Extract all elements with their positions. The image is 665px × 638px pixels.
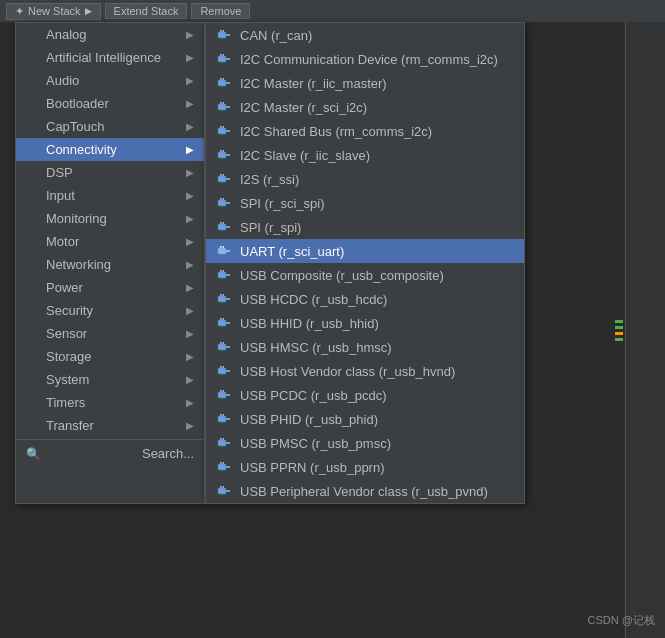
- svg-rect-3: [223, 30, 225, 32]
- plug-icon: [216, 267, 232, 283]
- svg-rect-79: [223, 486, 225, 488]
- new-stack-button[interactable]: ✦ New Stack ▶: [6, 3, 101, 20]
- svg-rect-31: [223, 198, 225, 200]
- submenu-item-usb-pcdc[interactable]: USB PCDC (r_usb_pcdc): [206, 383, 524, 407]
- submenu-item-usb-pmsc[interactable]: USB PMSC (r_usb_pmsc): [206, 431, 524, 455]
- submenu-item-usb-phid[interactable]: USB PHID (r_usb_phid): [206, 407, 524, 431]
- indicator-green2: [615, 326, 623, 329]
- svg-rect-41: [226, 274, 230, 276]
- menu-item-security[interactable]: Security ▶: [16, 299, 204, 322]
- search-icon: 🔍: [26, 447, 41, 461]
- menu-item-bootloader[interactable]: Bootloader ▶: [16, 92, 204, 115]
- svg-rect-57: [226, 370, 230, 372]
- chevron-right-icon: ▶: [186, 259, 194, 270]
- submenu-item-i2c-comm[interactable]: I2C Communication Device (rm_comms_i2c): [206, 47, 524, 71]
- svg-rect-18: [220, 126, 222, 128]
- plug-icon: [216, 147, 232, 163]
- svg-rect-37: [226, 250, 230, 252]
- submenu-item-i2c-slave[interactable]: I2C Slave (r_iic_slave): [206, 143, 524, 167]
- svg-rect-68: [218, 440, 226, 446]
- plug-icon: [216, 75, 232, 91]
- plug-icon: [216, 243, 232, 259]
- indicator-green: [615, 320, 623, 323]
- menu-item-storage[interactable]: Storage ▶: [16, 345, 204, 368]
- menu-item-audio[interactable]: Audio ▶: [16, 69, 204, 92]
- submenu-item-i2c-master2[interactable]: I2C Master (r_sci_i2c): [206, 95, 524, 119]
- svg-rect-51: [223, 318, 225, 320]
- chevron-right-icon: ▶: [186, 190, 194, 201]
- svg-rect-60: [218, 392, 226, 398]
- chevron-right-icon: ▶: [186, 328, 194, 339]
- svg-rect-28: [218, 200, 226, 206]
- menu-item-dsp[interactable]: DSP ▶: [16, 161, 204, 184]
- menu-divider: [16, 439, 204, 440]
- chevron-right-icon: ▶: [186, 236, 194, 247]
- svg-rect-67: [223, 414, 225, 416]
- menu-item-analog[interactable]: Analog ▶: [16, 23, 204, 46]
- svg-rect-62: [220, 390, 222, 392]
- menu-item-timers[interactable]: Timers ▶: [16, 391, 204, 414]
- plug-icon: [216, 195, 232, 211]
- menu-item-networking[interactable]: Networking ▶: [16, 253, 204, 276]
- submenu-item-usb-pprn[interactable]: USB PPRN (r_usb_pprn): [206, 455, 524, 479]
- plug-icon: [216, 123, 232, 139]
- svg-rect-20: [218, 152, 226, 158]
- svg-rect-22: [220, 150, 222, 152]
- indicator-orange: [615, 332, 623, 335]
- svg-rect-48: [218, 320, 226, 326]
- svg-rect-63: [223, 390, 225, 392]
- svg-rect-36: [218, 248, 226, 254]
- submenu-item-i2c-shared[interactable]: I2C Shared Bus (rm_comms_i2c): [206, 119, 524, 143]
- submenu-item-usb-hcdc[interactable]: USB HCDC (r_usb_hcdc): [206, 287, 524, 311]
- submenu-item-can[interactable]: CAN (r_can): [206, 23, 524, 47]
- menu-item-input[interactable]: Input ▶: [16, 184, 204, 207]
- submenu-item-usb-peripheral-vendor[interactable]: USB Peripheral Vendor class (r_usb_pvnd): [206, 479, 524, 503]
- svg-rect-30: [220, 198, 222, 200]
- svg-rect-71: [223, 438, 225, 440]
- menu-item-connectivity[interactable]: Connectivity ▶: [16, 138, 204, 161]
- menu-item-power[interactable]: Power ▶: [16, 276, 204, 299]
- menu-item-captouch[interactable]: CapTouch ▶: [16, 115, 204, 138]
- plug-icon: [216, 435, 232, 451]
- plug-icon: [216, 483, 232, 499]
- menu-item-monitoring[interactable]: Monitoring ▶: [16, 207, 204, 230]
- submenu-item-i2s[interactable]: I2S (r_ssi): [206, 167, 524, 191]
- svg-rect-69: [226, 442, 230, 444]
- menu-item-motor[interactable]: Motor ▶: [16, 230, 204, 253]
- svg-rect-6: [220, 54, 222, 56]
- submenu-item-usb-composite[interactable]: USB Composite (r_usb_composite): [206, 263, 524, 287]
- plug-icon: [216, 51, 232, 67]
- svg-rect-78: [220, 486, 222, 488]
- menu-item-system[interactable]: System ▶: [16, 368, 204, 391]
- chevron-right-icon: ▶: [186, 374, 194, 385]
- plug-icon: [216, 411, 232, 427]
- watermark: CSDN @记栈: [588, 613, 655, 628]
- svg-rect-38: [220, 246, 222, 248]
- menu-item-transfer[interactable]: Transfer ▶: [16, 414, 204, 437]
- svg-rect-32: [218, 224, 226, 230]
- chevron-right-icon: ▶: [186, 144, 194, 155]
- svg-rect-1: [226, 34, 230, 36]
- svg-rect-56: [218, 368, 226, 374]
- submenu-item-spi[interactable]: SPI (r_spi): [206, 215, 524, 239]
- svg-rect-10: [220, 78, 222, 80]
- svg-rect-21: [226, 154, 230, 156]
- menu-item-ai[interactable]: Artificial Intelligence ▶: [16, 46, 204, 69]
- submenu-item-usb-hhid[interactable]: USB HHID (r_usb_hhid): [206, 311, 524, 335]
- svg-rect-34: [220, 222, 222, 224]
- submenu-item-spi-sci[interactable]: SPI (r_sci_spi): [206, 191, 524, 215]
- submenu-item-usb-hmsc[interactable]: USB HMSC (r_usb_hmsc): [206, 335, 524, 359]
- svg-rect-45: [226, 298, 230, 300]
- remove-button[interactable]: Remove: [191, 3, 250, 19]
- submenu-item-uart[interactable]: UART (r_sci_uart): [206, 239, 524, 263]
- svg-rect-64: [218, 416, 226, 422]
- right-panel: [625, 22, 665, 638]
- svg-rect-46: [220, 294, 222, 296]
- menu-item-sensor[interactable]: Sensor ▶: [16, 322, 204, 345]
- plug-icon: [216, 27, 232, 43]
- submenu-item-i2c-master1[interactable]: I2C Master (r_iic_master): [206, 71, 524, 95]
- submenu-item-usb-host-vendor[interactable]: USB Host Vendor class (r_usb_hvnd): [206, 359, 524, 383]
- menu-item-search[interactable]: 🔍 Search...: [16, 442, 204, 465]
- extend-stack-button[interactable]: Extend Stack: [105, 3, 188, 19]
- svg-rect-7: [223, 54, 225, 56]
